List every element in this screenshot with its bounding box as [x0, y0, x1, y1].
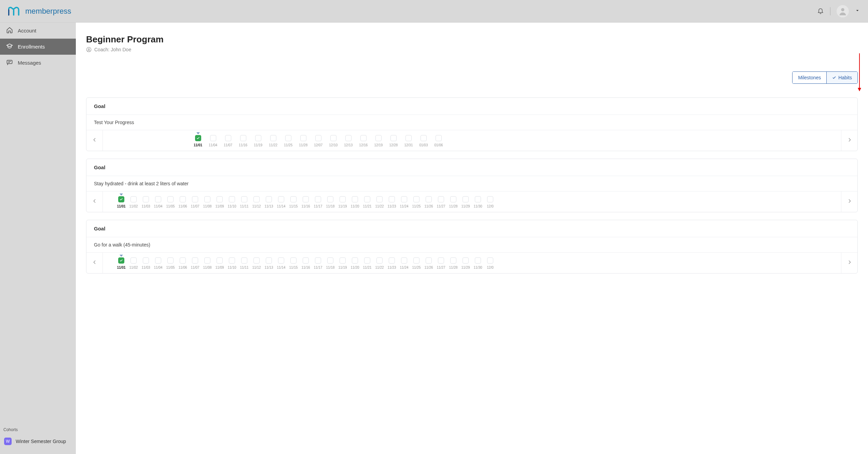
track-cell[interactable]: 11/29: [459, 257, 472, 269]
habit-box[interactable]: [290, 257, 297, 264]
habit-box[interactable]: [130, 257, 137, 264]
track-cell[interactable]: 11/16: [300, 257, 312, 269]
habit-box[interactable]: [401, 257, 407, 264]
habit-box[interactable]: [278, 257, 284, 264]
habit-box[interactable]: [253, 196, 260, 202]
habit-box[interactable]: [413, 196, 419, 202]
habit-box[interactable]: [229, 196, 235, 202]
habit-box[interactable]: [285, 135, 291, 141]
track-cell[interactable]: 11/21: [361, 257, 373, 269]
track-cell[interactable]: 11/02: [127, 257, 140, 269]
tracker-prev[interactable]: [86, 130, 103, 151]
track-cell[interactable]: 11/05: [164, 196, 177, 208]
habit-box[interactable]: [204, 257, 210, 264]
habit-box[interactable]: [340, 196, 346, 202]
habit-box[interactable]: [330, 135, 336, 141]
habit-box[interactable]: [241, 196, 247, 202]
habit-box[interactable]: [300, 135, 306, 141]
habit-box[interactable]: [327, 196, 333, 202]
track-cell[interactable]: 11/27: [435, 196, 447, 208]
habit-box[interactable]: [155, 196, 161, 202]
tracker-next[interactable]: [841, 253, 857, 273]
habit-box[interactable]: [303, 257, 309, 264]
track-cell[interactable]: 12/0: [484, 257, 496, 269]
track-cell[interactable]: 11/11: [238, 196, 250, 208]
track-cell[interactable]: 11/10: [226, 196, 238, 208]
habit-box[interactable]: [167, 257, 174, 264]
habit-box[interactable]: [217, 196, 223, 202]
sidebar-item-messages[interactable]: Messages: [0, 55, 76, 71]
habit-box[interactable]: [475, 196, 481, 202]
track-cell[interactable]: 11/18: [324, 257, 336, 269]
track-cell[interactable]: 11/30: [472, 196, 484, 208]
bell-icon[interactable]: [817, 7, 824, 15]
habit-checked-icon[interactable]: [195, 135, 201, 141]
track-cell[interactable]: 12/16: [359, 135, 368, 147]
track-cell[interactable]: 11/18: [324, 196, 336, 208]
track-cell[interactable]: 11/19: [336, 196, 349, 208]
track-cell[interactable]: 11/04: [152, 257, 164, 269]
tracker-prev[interactable]: [86, 191, 103, 212]
tab-habits[interactable]: Habits: [826, 72, 857, 83]
track-cell[interactable]: 11/08: [201, 257, 213, 269]
habit-box[interactable]: [487, 196, 493, 202]
habit-box[interactable]: [390, 135, 397, 141]
track-cell[interactable]: 12/0: [484, 196, 496, 208]
track-cell[interactable]: 11/14: [275, 257, 287, 269]
habit-box[interactable]: [253, 257, 260, 264]
track-cell[interactable]: 11/05: [164, 257, 177, 269]
track-cell[interactable]: 11/24: [398, 196, 410, 208]
track-cell[interactable]: 11/19: [254, 135, 262, 147]
track-cell[interactable]: 11/13: [263, 257, 275, 269]
track-cell[interactable]: 11/10: [226, 257, 238, 269]
sidebar-item-enrollments[interactable]: Enrollments: [0, 39, 76, 55]
habit-box[interactable]: [315, 257, 321, 264]
track-cell[interactable]: 11/22: [373, 257, 386, 269]
track-cell[interactable]: 11/25: [410, 257, 423, 269]
habit-box[interactable]: [352, 196, 358, 202]
habit-box[interactable]: [401, 196, 407, 202]
track-cell[interactable]: 11/17: [312, 196, 324, 208]
tracker-prev[interactable]: [86, 253, 103, 273]
habit-box[interactable]: [364, 257, 370, 264]
habit-box[interactable]: [487, 257, 493, 264]
track-cell[interactable]: 11/13: [263, 196, 275, 208]
habit-box[interactable]: [210, 135, 216, 141]
habit-box[interactable]: [290, 196, 297, 202]
track-cell[interactable]: 11/03: [140, 257, 152, 269]
track-cell[interactable]: 11/01: [115, 196, 127, 208]
track-cell[interactable]: 11/01: [194, 135, 202, 147]
track-cell[interactable]: 12/19: [374, 135, 383, 147]
track-cell[interactable]: 11/15: [287, 196, 300, 208]
track-cell[interactable]: 11/07: [189, 257, 201, 269]
track-cell[interactable]: 11/23: [386, 257, 398, 269]
habit-box[interactable]: [426, 196, 432, 202]
habit-box[interactable]: [278, 196, 284, 202]
habit-box[interactable]: [143, 257, 149, 264]
habit-box[interactable]: [450, 257, 456, 264]
habit-box[interactable]: [436, 135, 442, 141]
habit-box[interactable]: [389, 196, 395, 202]
track-cell[interactable]: 11/19: [336, 257, 349, 269]
track-cell[interactable]: 11/04: [209, 135, 217, 147]
user-menu-caret[interactable]: [855, 8, 860, 14]
habit-box[interactable]: [340, 257, 346, 264]
habit-box[interactable]: [143, 196, 149, 202]
habit-checked-icon[interactable]: [118, 196, 124, 202]
track-cell[interactable]: 11/11: [238, 257, 250, 269]
track-cell[interactable]: 01/03: [419, 135, 428, 147]
habit-box[interactable]: [229, 257, 235, 264]
track-cell[interactable]: 11/22: [269, 135, 277, 147]
track-cell[interactable]: 11/16: [300, 196, 312, 208]
habit-box[interactable]: [438, 257, 444, 264]
habit-box[interactable]: [241, 257, 247, 264]
brand-logo[interactable]: memberpress: [8, 6, 71, 16]
habit-box[interactable]: [450, 196, 456, 202]
track-cell[interactable]: 11/06: [177, 196, 189, 208]
track-cell[interactable]: 12/07: [314, 135, 322, 147]
habit-checked-icon[interactable]: [118, 257, 124, 264]
habit-box[interactable]: [192, 257, 198, 264]
track-cell[interactable]: 11/07: [189, 196, 201, 208]
habit-box[interactable]: [375, 135, 382, 141]
track-cell[interactable]: 12/13: [344, 135, 353, 147]
